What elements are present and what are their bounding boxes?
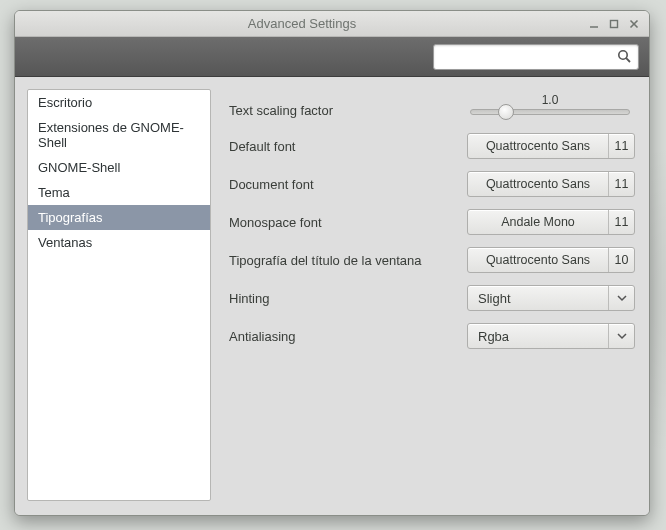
font-name: Quattrocento Sans (468, 134, 608, 158)
sidebar-item-escritorio[interactable]: Escritorio (28, 90, 210, 115)
svg-line-2 (631, 20, 638, 27)
window-title-font-button[interactable]: Quattrocento Sans 10 (467, 247, 635, 273)
default-font-button[interactable]: Quattrocento Sans 11 (467, 133, 635, 159)
window-title-font-label: Tipografía del título de la ventana (229, 253, 465, 268)
sidebar-item-tema[interactable]: Tema (28, 180, 210, 205)
hinting-label: Hinting (229, 291, 465, 306)
sidebar-item-label: Tipografías (38, 210, 103, 225)
row-monospace-font: Monospace font Andale Mono 11 (229, 207, 635, 237)
antialiasing-label: Antialiasing (229, 329, 465, 344)
document-font-button[interactable]: Quattrocento Sans 11 (467, 171, 635, 197)
row-document-font: Document font Quattrocento Sans 11 (229, 169, 635, 199)
monospace-font-button[interactable]: Andale Mono 11 (467, 209, 635, 235)
titlebar[interactable]: Advanced Settings (15, 11, 649, 37)
row-antialiasing: Antialiasing Rgba (229, 321, 635, 351)
font-size: 11 (608, 210, 634, 234)
text-scaling-label: Text scaling factor (229, 93, 465, 118)
chevron-down-icon (608, 324, 634, 348)
row-window-title-font: Tipografía del título de la ventana Quat… (229, 245, 635, 275)
svg-line-5 (626, 58, 630, 62)
sidebar-item-extensiones[interactable]: Extensiones de GNOME-Shell (28, 115, 210, 155)
svg-point-4 (619, 51, 627, 59)
row-hinting: Hinting Slight (229, 283, 635, 313)
slider-thumb[interactable] (498, 104, 514, 120)
search-field[interactable] (433, 44, 639, 70)
sidebar-item-label: Tema (38, 185, 70, 200)
row-text-scaling: Text scaling factor 1.0 (229, 93, 635, 123)
minimize-button[interactable] (585, 16, 603, 32)
sidebar-item-tipografias[interactable]: Tipografías (28, 205, 210, 230)
sidebar-item-gnome-shell[interactable]: GNOME-Shell (28, 155, 210, 180)
monospace-font-label: Monospace font (229, 215, 465, 230)
sidebar-item-label: GNOME-Shell (38, 160, 120, 175)
text-scaling-slider[interactable] (470, 109, 630, 115)
hinting-combo[interactable]: Slight (467, 285, 635, 311)
category-sidebar: Escritorio Extensiones de GNOME-Shell GN… (27, 89, 211, 501)
maximize-button[interactable] (605, 16, 623, 32)
combo-value: Slight (468, 286, 608, 310)
font-name: Quattrocento Sans (468, 172, 608, 196)
font-name: Andale Mono (468, 210, 608, 234)
sidebar-item-label: Ventanas (38, 235, 92, 250)
font-name: Quattrocento Sans (468, 248, 608, 272)
document-font-label: Document font (229, 177, 465, 192)
settings-panel: Text scaling factor 1.0 Default font Qua… (223, 89, 637, 501)
sidebar-item-ventanas[interactable]: Ventanas (28, 230, 210, 255)
font-size: 11 (608, 172, 634, 196)
sidebar-item-label: Extensiones de GNOME-Shell (38, 120, 184, 150)
window-title: Advanced Settings (248, 16, 356, 31)
search-icon (617, 49, 632, 64)
settings-window: Advanced Settings Escritorio Extensiones… (14, 10, 650, 516)
chevron-down-icon (608, 286, 634, 310)
close-button[interactable] (625, 16, 643, 32)
font-size: 11 (608, 134, 634, 158)
svg-rect-1 (611, 20, 618, 27)
combo-value: Rgba (468, 324, 608, 348)
search-input[interactable] (442, 49, 617, 64)
antialiasing-combo[interactable]: Rgba (467, 323, 635, 349)
toolbar (15, 37, 649, 77)
font-size: 10 (608, 248, 634, 272)
sidebar-item-label: Escritorio (38, 95, 92, 110)
svg-line-3 (631, 20, 638, 27)
text-scaling-value: 1.0 (542, 93, 559, 107)
default-font-label: Default font (229, 139, 465, 154)
content-area: Escritorio Extensiones de GNOME-Shell GN… (15, 77, 649, 515)
row-default-font: Default font Quattrocento Sans 11 (229, 131, 635, 161)
